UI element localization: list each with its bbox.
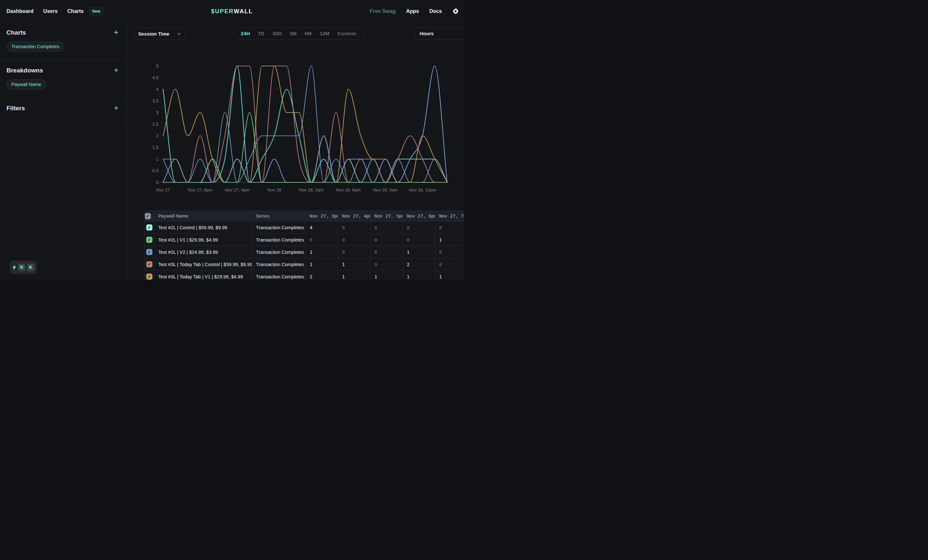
x-axis-label: Nov 28, 9am (373, 187, 398, 192)
x-axis-label: Nov 28, 12pm (409, 187, 436, 192)
sidebar-section-breakdowns: Breakdowns + Paywall Name (0, 61, 127, 98)
y-axis-label: 2.5 (153, 122, 159, 127)
range-tab-30d[interactable]: 30D (272, 31, 282, 36)
nav-item-apps[interactable]: Apps (406, 8, 419, 14)
value-cell: 4 (306, 221, 338, 234)
select-all-checkbox[interactable]: ✓ (145, 213, 151, 219)
superwall-logo[interactable]: $UPERWALL (211, 0, 253, 23)
value-cell: 0 (338, 221, 371, 234)
y-axis-label: 4 (156, 87, 159, 92)
settings-gear-icon[interactable] (452, 8, 459, 15)
value-cell: 1 (338, 271, 371, 280)
add-breakdown-icon[interactable]: + (114, 66, 118, 74)
value-cell: 0 (403, 221, 435, 234)
paywall-name-cell: Test #2L | V2 | $24.99, $3.99 (154, 246, 252, 258)
value-cell: 0 (435, 258, 464, 271)
paywall-name-cell: Test #2L | Control | $59.99, $9.99 (154, 221, 252, 234)
nav-item-charts[interactable]: Charts (67, 8, 84, 14)
value-cell: 0 (435, 221, 464, 234)
x-axis-label: Nov 27, 6pm (188, 187, 212, 192)
table-row: ✓Test #2L | V1 | $29.99, $4.99Transactio… (145, 234, 464, 246)
sidebar: Charts + Transaction Completes Breakdown… (0, 23, 127, 280)
row-checkbox[interactable]: ✓ (146, 224, 153, 231)
add-chart-icon[interactable]: + (114, 29, 118, 36)
x-axis-label: Nov 28, 6am (336, 187, 361, 192)
k-key[interactable]: K (27, 263, 34, 271)
value-cell: 0 (371, 258, 403, 271)
column-header: Nov 27, 6pm (403, 211, 435, 221)
series-cell: Transaction Completes (252, 258, 306, 271)
logo-accent: $UPER (211, 8, 234, 15)
table-row: ✓Test #2L | V2 | $24.99, $3.99Transactio… (145, 246, 464, 258)
series-cell: Transaction Completes (252, 246, 306, 258)
lightning-icon (13, 265, 16, 270)
nav-item-free-swag[interactable]: Free Swag (370, 8, 396, 14)
x-axis-label: Nov 28, 3am (299, 187, 324, 192)
x-axis-label: Nov 28 (267, 187, 281, 192)
metric-select-value: Session Time (138, 31, 169, 37)
nav-item-users[interactable]: Users (43, 8, 58, 14)
sidebar-section-charts: Charts + Transaction Completes (0, 23, 127, 61)
column-header: Series (252, 211, 306, 221)
y-axis-label: 5 (156, 63, 159, 68)
range-tab-12m[interactable]: 12M (320, 31, 330, 36)
unit-select[interactable]: Hours (415, 27, 464, 40)
value-cell: 1 (403, 271, 435, 280)
range-tab-custom[interactable]: Custom (337, 31, 356, 36)
superwall-dashboard: Dashboard Users Charts New $UPERWALL Fre… (0, 0, 464, 280)
column-header: Nov 27, 3pm (306, 211, 338, 221)
column-header: Nov 27, 4pm (338, 211, 371, 221)
nav-item-dashboard[interactable]: Dashboard (6, 8, 34, 14)
range-tab-3m[interactable]: 3M (290, 31, 297, 36)
value-cell: 0 (371, 234, 403, 246)
value-cell: 0 (403, 234, 435, 246)
value-cell: 2 (403, 258, 435, 271)
table-row: ✓Test #3L | Today Tab | V1 | $29.99, $4.… (145, 271, 464, 280)
value-cell: 1 (306, 246, 338, 258)
nav-left: Dashboard Users Charts New (6, 0, 104, 23)
value-cell: 2 (306, 271, 338, 280)
command-palette-widget[interactable]: ⌘ K (10, 260, 37, 274)
row-checkbox[interactable]: ✓ (146, 249, 153, 255)
value-cell: 0 (338, 234, 371, 246)
value-cell: 1 (403, 246, 435, 258)
charts-section-title: Charts (6, 29, 118, 36)
metric-select[interactable]: Session Time (133, 28, 185, 40)
nav-right: Free Swag Apps Docs (370, 0, 459, 23)
paywall-name-cell: Test #3L | Today Tab | Control | $59.99,… (154, 258, 252, 271)
range-tab-24h[interactable]: 24H (241, 31, 250, 36)
time-range-tabs: 24H7D30D3M6M12MCustom (233, 27, 364, 40)
row-checkbox[interactable]: ✓ (146, 274, 153, 280)
value-cell: 1 (338, 258, 371, 271)
logo-rest: WALL (234, 8, 253, 15)
series-cell: Transaction Completes (252, 271, 306, 280)
sessions-line-chart: 00.511.522.533.544.55Nov 27Nov 27, 6pmNo… (144, 58, 451, 198)
x-axis-label: Nov 27 (156, 187, 170, 192)
range-tab-6m[interactable]: 6M (305, 31, 312, 36)
y-axis-label: 0.5 (153, 168, 159, 173)
breakdown-table: ✓Paywall NameSeriesNov 27, 3pmNov 27, 4p… (144, 210, 464, 280)
command-key[interactable]: ⌘ (18, 263, 25, 271)
chip-paywall-name[interactable]: Paywall Name (6, 79, 46, 90)
y-axis-label: 3 (156, 110, 159, 115)
add-filter-icon[interactable]: + (114, 104, 118, 112)
y-axis-label: 3.5 (153, 98, 159, 103)
y-axis-label: 4.5 (153, 75, 159, 80)
paywall-name-cell: Test #2L | V1 | $29.99, $4.99 (154, 234, 252, 246)
paywall-name-cell: Test #3L | Today Tab | V1 | $29.99, $4.9… (154, 271, 252, 280)
column-header: Nov 27, 5pm (371, 211, 403, 221)
breakdown-table-wrap: ✓Paywall NameSeriesNov 27, 3pmNov 27, 4p… (144, 210, 464, 280)
table-row: ✓Test #3L | Today Tab | Control | $59.99… (145, 258, 464, 271)
column-header: Nov 27, 7pm (435, 211, 464, 221)
chevron-down-icon (178, 32, 181, 35)
column-header: Paywall Name (154, 211, 252, 221)
chip-transaction-completes[interactable]: Transaction Completes (6, 41, 64, 52)
row-checkbox[interactable]: ✓ (146, 261, 153, 267)
value-cell: 0 (371, 246, 403, 258)
value-cell: 1 (371, 271, 403, 280)
row-checkbox[interactable]: ✓ (146, 237, 153, 243)
nav-item-docs[interactable]: Docs (429, 8, 442, 14)
y-axis-label: 2 (156, 133, 159, 138)
range-tab-7d[interactable]: 7D (258, 31, 264, 36)
sidebar-section-filters: Filters + (0, 98, 127, 120)
